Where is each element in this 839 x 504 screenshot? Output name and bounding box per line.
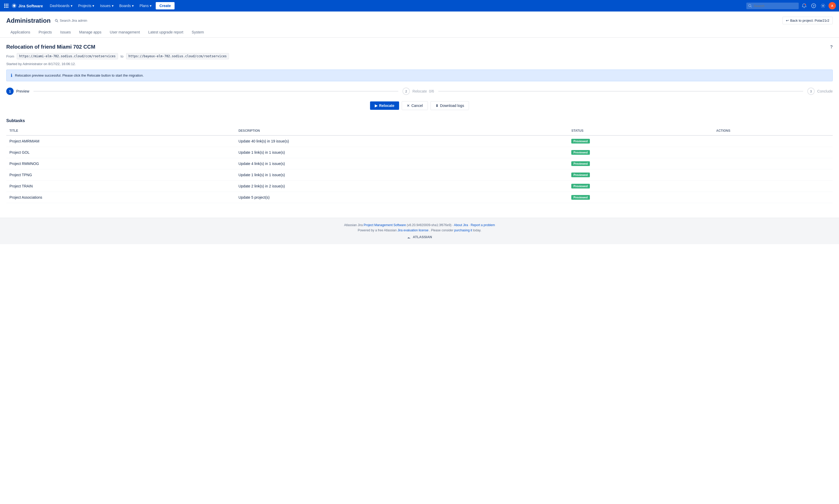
svg-point-11: [805, 4, 806, 5]
back-to-project-button[interactable]: ↩ Back to project: Polar21r2: [783, 17, 833, 24]
footer-link-purchase[interactable]: purchasing it: [454, 229, 472, 232]
nav-dashboards[interactable]: Dashboards ▾: [47, 0, 75, 12]
svg-rect-8: [7, 7, 8, 8]
row-title: Project RMMNOG: [6, 158, 235, 169]
admin-nav-user-management[interactable]: User management: [105, 28, 144, 37]
svg-line-16: [57, 21, 58, 22]
help-icon[interactable]: ?: [810, 2, 818, 10]
actions-row: ▶ Relocate ✕ Cancel ⬇ Download logs: [6, 101, 833, 110]
page-title: Relocation of friend Miami 702 CCM: [6, 44, 95, 50]
grid-icon[interactable]: [3, 3, 10, 9]
download-icon: ⬇: [435, 104, 439, 108]
row-status: Previewed: [568, 192, 713, 203]
svg-point-14: [823, 5, 824, 6]
search-input[interactable]: [746, 3, 799, 9]
steps-row: 1 Preview 2 Relocate 0/6 3 Conclude: [6, 88, 833, 95]
col-actions: Actions: [713, 126, 833, 136]
row-description: Update 2 link(s) in 2 issue(s): [235, 181, 568, 192]
svg-rect-2: [7, 4, 8, 5]
from-label: From: [6, 54, 14, 58]
svg-rect-5: [7, 5, 8, 6]
table-row: Project TPNG Update 1 link(s) in 1 issue…: [6, 169, 833, 181]
footer-atlassian: ATLASSIAN: [6, 235, 833, 239]
subtasks-title: Subtasks: [6, 119, 833, 123]
admin-nav-projects[interactable]: Projects: [35, 28, 56, 37]
admin-nav-upgrade-report[interactable]: Latest upgrade report: [144, 28, 188, 37]
svg-rect-1: [6, 4, 7, 5]
chevron-down-icon: ▾: [112, 4, 114, 8]
from-to-row: From https://miami-elm-702.sodius.cloud/…: [6, 53, 833, 59]
step-divider-2: [438, 91, 803, 91]
step-conclude: 3 Conclude: [807, 88, 833, 95]
jira-logo[interactable]: Jira Software: [12, 3, 43, 8]
step-2-label: Relocate 0/6: [412, 89, 434, 93]
nav-plans[interactable]: Plans ▾: [137, 0, 154, 12]
started-by-text: Started by Administrator on 8/17/22, 16:…: [6, 62, 833, 66]
row-title: Project GOL: [6, 147, 235, 158]
row-title: Project AMRMIAM: [6, 136, 235, 147]
row-actions: [713, 192, 833, 203]
svg-rect-4: [6, 5, 7, 6]
to-label: to: [121, 54, 123, 58]
admin-nav-applications[interactable]: Applications: [6, 28, 35, 37]
create-button[interactable]: Create: [156, 2, 174, 10]
admin-nav-system[interactable]: System: [187, 28, 208, 37]
svg-rect-3: [4, 5, 5, 6]
footer-link-about[interactable]: About Jira: [454, 223, 468, 227]
footer-link-report[interactable]: Report a problem: [470, 223, 495, 227]
row-actions: [713, 181, 833, 192]
from-url: https://miami-elm-702.sodius.cloud/ccm/r…: [17, 53, 118, 59]
status-badge: Previewed: [571, 161, 589, 166]
relocate-button[interactable]: ▶ Relocate: [370, 102, 399, 110]
status-badge: Previewed: [571, 195, 589, 200]
admin-title-row: Administration Search Jira admin ↩ Back …: [6, 17, 833, 24]
row-actions: [713, 169, 833, 181]
footer-link-eval[interactable]: Jira evaluation license: [397, 229, 428, 232]
footer-text: Atlassian Jira Project Management Softwa…: [6, 223, 833, 227]
nav-boards[interactable]: Boards ▾: [117, 0, 136, 12]
svg-text:?: ?: [813, 4, 815, 7]
nav-projects[interactable]: Projects ▾: [75, 0, 97, 12]
status-badge: Previewed: [571, 173, 589, 177]
row-description: Update 40 link(s) in 19 issue(s): [235, 136, 568, 147]
chevron-down-icon: ▾: [92, 4, 94, 8]
row-title: Project TPNG: [6, 169, 235, 181]
row-actions: [713, 136, 833, 147]
admin-search-label: Search Jira admin: [60, 19, 87, 22]
table-row: Project GOL Update 1 link(s) in 1 issue(…: [6, 147, 833, 158]
step-divider-1: [34, 91, 398, 91]
info-banner: ℹ Relocation preview successful. Please …: [6, 70, 833, 81]
notifications-icon[interactable]: [800, 2, 808, 10]
settings-icon[interactable]: [819, 2, 827, 10]
info-circle-icon: ℹ: [11, 73, 12, 78]
x-icon: ✕: [407, 104, 410, 108]
row-description: Update 4 link(s) in 1 issue(s): [235, 158, 568, 169]
footer-text2: Powered by a free Atlassian Jira evaluat…: [6, 229, 833, 232]
row-title: Project TRAIN: [6, 181, 235, 192]
row-actions: [713, 147, 833, 158]
admin-header: Administration Search Jira admin ↩ Back …: [0, 12, 839, 38]
col-description: Description: [235, 126, 568, 136]
page-help-icon[interactable]: ?: [830, 45, 833, 49]
admin-nav-manage-apps[interactable]: Manage apps: [75, 28, 106, 37]
download-logs-button[interactable]: ⬇ Download logs: [430, 101, 469, 110]
col-title: Title: [6, 126, 235, 136]
step-2-sublabel: 0/6: [429, 89, 434, 93]
row-status: Previewed: [568, 158, 713, 169]
row-actions: [713, 158, 833, 169]
row-status: Previewed: [568, 147, 713, 158]
avatar[interactable]: A: [828, 2, 836, 10]
step-1-circle: 1: [6, 88, 14, 95]
status-badge: Previewed: [571, 184, 589, 188]
admin-search-link[interactable]: Search Jira admin: [55, 19, 87, 22]
cancel-button[interactable]: ✕ Cancel: [402, 101, 428, 110]
to-url: https://bayeux-elm-702.sodius.cloud/ccm/…: [126, 53, 229, 59]
nav-issues[interactable]: Issues ▾: [97, 0, 116, 12]
col-status: Status: [568, 126, 713, 136]
admin-nav-issues[interactable]: Issues: [56, 28, 75, 37]
chevron-down-icon: ▾: [132, 4, 134, 8]
info-banner-text: Relocation preview successful. Please cl…: [15, 73, 144, 77]
footer-link-project-mgmt[interactable]: Project Management Software: [364, 223, 406, 227]
row-status: Previewed: [568, 136, 713, 147]
admin-nav: Applications Projects Issues Manage apps…: [6, 28, 833, 37]
